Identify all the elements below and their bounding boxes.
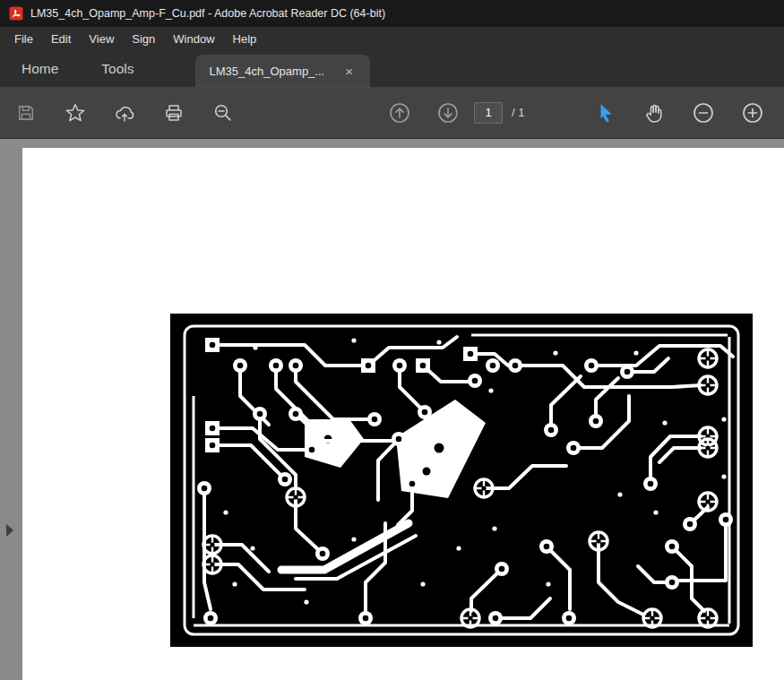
tab-document-label: LM35_4ch_Opamp_...	[210, 65, 325, 78]
save-button[interactable]	[14, 101, 38, 125]
pdf-app-icon	[9, 6, 23, 21]
zoom-search-button[interactable]	[211, 101, 235, 125]
cloud-share-button[interactable]	[113, 101, 136, 125]
acrobat-window: LM35_4ch_Opamp_Amp-F_Cu.pdf - Adobe Acro…	[0, 0, 784, 680]
pcb-image	[170, 314, 753, 647]
favorites-button[interactable]	[64, 101, 87, 125]
menu-file[interactable]: File	[5, 30, 42, 48]
nav-pane-toggle[interactable]	[3, 521, 17, 539]
toolbar-left-group	[14, 87, 235, 138]
menu-edit[interactable]: Edit	[42, 30, 80, 48]
page-down-icon	[436, 101, 460, 125]
toolbar-right-group	[593, 87, 764, 138]
cloud-upload-icon	[114, 102, 135, 124]
menu-window[interactable]: Window	[164, 30, 223, 48]
zoom-out-button[interactable]	[692, 101, 715, 125]
next-page-button[interactable]	[436, 101, 460, 125]
toolbar: / 1	[0, 87, 784, 139]
menu-sign[interactable]: Sign	[123, 30, 164, 48]
hand-tool-icon	[643, 102, 665, 124]
titlebar: LM35_4ch_Opamp_Amp-F_Cu.pdf - Adobe Acro…	[0, 0, 784, 27]
document-area[interactable]	[0, 139, 784, 680]
page-up-icon	[388, 101, 411, 125]
tab-home[interactable]: Home	[0, 50, 80, 87]
chevron-right-icon	[6, 524, 13, 537]
print-icon	[163, 102, 185, 124]
previous-page-button[interactable]	[388, 101, 411, 125]
print-button[interactable]	[162, 101, 185, 125]
pdf-page	[22, 148, 784, 680]
save-icon	[16, 103, 36, 123]
zoom-search-icon	[212, 102, 234, 124]
tabbar: Home Tools LM35_4ch_Opamp_... ×	[0, 50, 784, 87]
window-title: LM35_4ch_Opamp_Amp-F_Cu.pdf - Adobe Acro…	[30, 7, 385, 20]
menubar: File Edit View Sign Window Help	[0, 27, 784, 50]
menu-help[interactable]: Help	[224, 30, 266, 48]
pcb-copper-artwork	[170, 314, 753, 647]
select-tool-icon	[594, 102, 616, 124]
zoom-out-icon	[692, 101, 715, 125]
star-favorites-icon	[65, 102, 86, 124]
tab-close-icon[interactable]: ×	[342, 63, 356, 80]
hand-tool-button[interactable]	[642, 101, 666, 125]
zoom-in-icon	[741, 101, 764, 125]
menu-view[interactable]: View	[80, 30, 123, 48]
page-number-input[interactable]	[474, 102, 503, 124]
tab-document[interactable]: LM35_4ch_Opamp_... ×	[195, 55, 370, 87]
toolbar-center-group: / 1	[388, 87, 524, 138]
select-tool-button[interactable]	[593, 101, 616, 125]
tab-tools[interactable]: Tools	[80, 50, 155, 87]
zoom-in-button[interactable]	[741, 101, 764, 125]
page-total-label: / 1	[512, 106, 524, 119]
